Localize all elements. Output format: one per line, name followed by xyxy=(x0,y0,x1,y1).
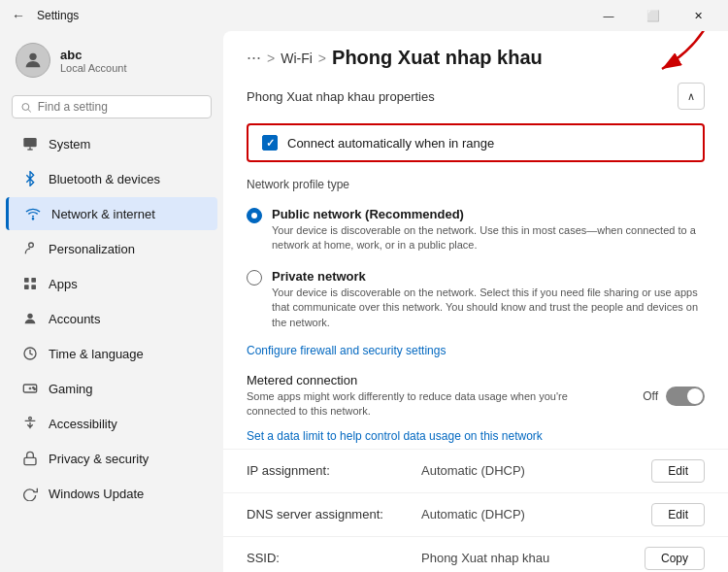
public-radio-label: Public network (Recommended) xyxy=(272,207,705,221)
sidebar-label-accounts: Accounts xyxy=(49,312,100,326)
back-icon[interactable]: ← xyxy=(8,8,29,23)
ip-value: Automatic (DHCP) xyxy=(421,463,651,478)
section-title: Phong Xuat nhap khau properties xyxy=(247,89,435,104)
sidebar-item-network[interactable]: Network & internet xyxy=(6,197,217,230)
ssid-copy-button[interactable]: Copy xyxy=(645,547,705,570)
bluetooth-icon xyxy=(21,170,39,187)
connect-auto-checkbox[interactable]: ✓ xyxy=(262,135,278,151)
minimize-button[interactable]: — xyxy=(586,0,631,31)
sidebar-label-accessibility: Accessibility xyxy=(49,417,117,431)
private-network-radio[interactable]: Private network Your device is discovera… xyxy=(223,261,728,338)
sidebar-item-apps[interactable]: Apps xyxy=(6,267,217,300)
metered-toggle[interactable] xyxy=(666,387,705,406)
dns-edit-button[interactable]: Edit xyxy=(651,503,705,526)
ssid-label: SSID: xyxy=(247,551,421,565)
svg-rect-10 xyxy=(24,285,29,289)
connect-auto-row[interactable]: ✓ Connect automatically when in range xyxy=(247,123,705,162)
titlebar: ← Settings — ⬜ ✕ xyxy=(0,0,728,31)
metered-status-label: Off xyxy=(643,389,658,403)
sidebar-user: abc Local Account xyxy=(0,31,223,89)
sidebar-item-accessibility[interactable]: Accessibility xyxy=(6,407,217,440)
sidebar: abc Local Account System Bluetooth & dev… xyxy=(0,31,223,572)
sidebar-item-privacy[interactable]: Privacy & security xyxy=(6,442,217,475)
personalization-icon xyxy=(21,240,39,257)
sidebar-label-personalization: Personalization xyxy=(49,242,135,256)
sidebar-label-time: Time & language xyxy=(49,347,144,361)
time-icon xyxy=(21,345,39,362)
breadcrumb: ··· > Wi-Fi > Phong Xuat nhap khau xyxy=(223,31,728,77)
sidebar-item-update[interactable]: Windows Update xyxy=(6,477,217,510)
private-radio-circle[interactable] xyxy=(247,270,262,286)
public-radio-circle[interactable] xyxy=(247,208,262,223)
svg-rect-3 xyxy=(23,138,36,147)
metered-title: Metered connection xyxy=(247,373,606,387)
close-button[interactable]: ✕ xyxy=(676,0,720,31)
metered-left: Metered connection Some apps might work … xyxy=(247,373,606,420)
sidebar-label-apps: Apps xyxy=(49,277,78,291)
avatar xyxy=(16,43,50,78)
sidebar-item-bluetooth[interactable]: Bluetooth & devices xyxy=(6,162,217,195)
maximize-button[interactable]: ⬜ xyxy=(631,0,676,31)
privacy-icon xyxy=(21,450,39,467)
ip-label: IP assignment: xyxy=(247,463,421,478)
system-icon xyxy=(21,135,39,152)
titlebar-left: ← Settings xyxy=(8,8,79,23)
sidebar-label-update: Windows Update xyxy=(49,487,144,501)
metered-toggle-row: Off xyxy=(643,387,705,406)
search-icon xyxy=(20,101,32,114)
sidebar-item-gaming[interactable]: Gaming xyxy=(6,372,217,405)
sidebar-label-gaming: Gaming xyxy=(49,382,93,396)
sidebar-item-system[interactable]: System xyxy=(6,127,217,160)
metered-desc: Some apps might work differently to redu… xyxy=(247,389,606,420)
sidebar-label-bluetooth: Bluetooth & devices xyxy=(49,172,160,186)
user-name: abc xyxy=(60,48,127,62)
svg-point-7 xyxy=(29,243,34,248)
svg-rect-9 xyxy=(31,278,36,283)
public-radio-text: Public network (Recommended) Your device… xyxy=(272,207,705,253)
public-network-radio[interactable]: Public network (Recommended) Your device… xyxy=(223,199,728,261)
sidebar-item-time[interactable]: Time & language xyxy=(6,337,217,370)
sidebar-label-network: Network & internet xyxy=(51,207,155,221)
table-row-ssid: SSID: Phong Xuat nhap khau Copy xyxy=(223,536,728,572)
firewall-link[interactable]: Configure firewall and security settings xyxy=(223,338,728,363)
user-info: abc Local Account xyxy=(60,48,127,74)
titlebar-title: Settings xyxy=(37,9,79,22)
breadcrumb-wifi[interactable]: Wi-Fi xyxy=(281,50,313,66)
search-box[interactable] xyxy=(12,95,212,118)
svg-point-1 xyxy=(22,103,29,110)
breadcrumb-sep2: > xyxy=(318,50,326,66)
ip-edit-button[interactable]: Edit xyxy=(651,459,705,483)
user-role: Local Account xyxy=(60,62,127,74)
data-limit-link[interactable]: Set a data limit to help control data us… xyxy=(223,423,728,449)
sidebar-item-accounts[interactable]: Accounts xyxy=(6,302,217,335)
collapse-button[interactable]: ∧ xyxy=(678,83,705,110)
gaming-icon xyxy=(21,380,39,397)
search-input[interactable] xyxy=(38,100,203,114)
svg-point-0 xyxy=(29,53,36,60)
svg-point-19 xyxy=(29,417,32,420)
breadcrumb-current: Phong Xuat nhap khau xyxy=(332,47,543,69)
sidebar-label-privacy: Privacy & security xyxy=(49,452,149,466)
breadcrumb-sep1: > xyxy=(267,50,275,66)
svg-point-12 xyxy=(27,314,32,319)
public-radio-desc: Your device is discoverable on the netwo… xyxy=(272,223,705,253)
accounts-icon xyxy=(21,310,39,327)
dns-label: DNS server assignment: xyxy=(247,507,421,522)
private-radio-desc: Your device is discoverable on the netwo… xyxy=(272,286,705,330)
network-icon xyxy=(24,205,42,222)
ssid-value: Phong Xuat nhap khau xyxy=(421,551,645,565)
private-radio-text: Private network Your device is discovera… xyxy=(272,269,705,330)
breadcrumb-dots[interactable]: ··· xyxy=(247,48,261,68)
network-profile-label: Network profile type xyxy=(223,174,728,199)
svg-rect-8 xyxy=(24,278,29,283)
svg-rect-20 xyxy=(24,457,36,464)
svg-point-18 xyxy=(34,388,35,389)
app-body: abc Local Account System Bluetooth & dev… xyxy=(0,31,728,572)
titlebar-controls: — ⬜ ✕ xyxy=(586,0,720,31)
sidebar-label-system: System xyxy=(49,137,90,151)
svg-point-6 xyxy=(32,219,33,219)
checkbox-check-icon: ✓ xyxy=(266,137,275,150)
dns-value: Automatic (DHCP) xyxy=(421,507,651,522)
sidebar-item-personalization[interactable]: Personalization xyxy=(6,232,217,265)
main-content: ··· > Wi-Fi > Phong Xuat nhap khau Phong… xyxy=(223,31,728,572)
